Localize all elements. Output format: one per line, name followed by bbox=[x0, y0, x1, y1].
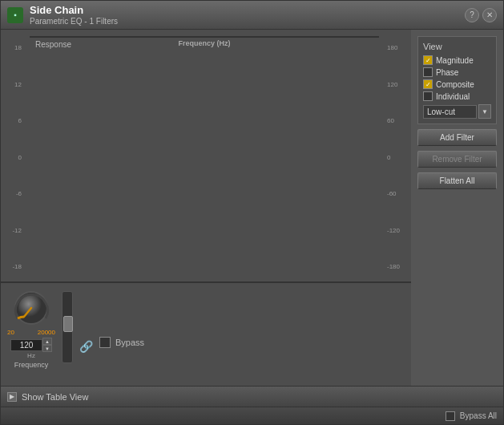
composite-row[interactable]: Composite bbox=[423, 79, 491, 89]
main-content: 18 12 6 0 -6 -12 -18 180 120 60 0 -60 -1… bbox=[1, 30, 503, 386]
show-table-view-bar[interactable]: ▶ Show Table View bbox=[1, 386, 503, 407]
status-bar: Bypass All bbox=[1, 407, 503, 424]
frequency-spinners: ▲ ▼ bbox=[42, 338, 52, 352]
individual-checkbox[interactable] bbox=[423, 91, 433, 101]
window-title: Side Chain bbox=[30, 4, 465, 17]
frequency-input[interactable] bbox=[10, 339, 42, 351]
table-arrow-icon: ▶ bbox=[7, 392, 17, 402]
frequency-range: 20 20000 bbox=[7, 329, 55, 336]
bypass-section: Bypass bbox=[99, 304, 144, 381]
magnitude-checkbox[interactable] bbox=[423, 55, 433, 65]
view-section: View Magnitude Phase Composite Individua… bbox=[417, 36, 497, 124]
filter-type-dropdown[interactable]: Low-cut High-cut Low-shelf High-shelf Pe… bbox=[423, 105, 477, 119]
frequency-knob[interactable] bbox=[11, 288, 51, 328]
bypass-all-label: Bypass All bbox=[460, 411, 497, 420]
composite-checkbox[interactable] bbox=[423, 79, 433, 89]
frequency-section: 20 20000 ▲ ▼ Hz Frequency bbox=[7, 288, 55, 381]
bypass-label: Bypass bbox=[115, 338, 144, 347]
titlebar-text: Side Chain Parametric EQ - 1 Filters bbox=[30, 4, 465, 26]
eq-display[interactable]: Response bbox=[30, 36, 379, 38]
composite-label: Composite bbox=[436, 80, 474, 89]
eq-wrapper: 18 12 6 0 -6 -12 -18 180 120 60 0 -60 -1… bbox=[1, 30, 411, 281]
right-panel: View Magnitude Phase Composite Individua… bbox=[411, 30, 503, 386]
close-button[interactable]: ✕ bbox=[482, 8, 497, 22]
vertical-slider[interactable] bbox=[62, 291, 73, 363]
magnitude-label: Magnitude bbox=[436, 56, 474, 65]
magnitude-row[interactable]: Magnitude bbox=[423, 55, 491, 65]
phase-label: Phase bbox=[436, 68, 458, 77]
titlebar-buttons: ? ✕ bbox=[465, 8, 497, 22]
frequency-input-row: ▲ ▼ bbox=[10, 338, 52, 352]
add-filter-button[interactable]: Add Filter bbox=[417, 129, 497, 146]
titlebar: ▪ Side Chain Parametric EQ - 1 Filters ?… bbox=[1, 1, 503, 30]
bypass-all-checkbox[interactable] bbox=[446, 411, 455, 421]
left-panel: 18 12 6 0 -6 -12 -18 180 120 60 0 -60 -1… bbox=[1, 30, 411, 386]
filter-type-row: Low-cut High-cut Low-shelf High-shelf Pe… bbox=[423, 104, 491, 119]
response-label: Response bbox=[35, 40, 71, 49]
flatten-all-button[interactable]: Flatten All bbox=[417, 172, 497, 189]
bypass-checkbox[interactable] bbox=[99, 337, 111, 348]
bottom-panel: 20 20000 ▲ ▼ Hz Frequency bbox=[1, 281, 411, 386]
remove-filter-button[interactable]: Remove Filter bbox=[417, 151, 497, 168]
link-icon[interactable]: 🔗 bbox=[79, 312, 93, 381]
frequency-down-button[interactable]: ▼ bbox=[42, 345, 52, 352]
hz-label: Hz bbox=[27, 352, 35, 359]
window-subtitle: Parametric EQ - 1 Filters bbox=[30, 17, 465, 26]
y-axis-left: 18 12 6 0 -6 -12 -18 bbox=[1, 44, 22, 270]
frequency-axis-label: Frequency (Hz) bbox=[23, 38, 385, 51]
help-button[interactable]: ? bbox=[465, 8, 479, 22]
y-axis-right: 180 120 60 0 -60 -120 -180 bbox=[387, 44, 411, 270]
individual-row[interactable]: Individual bbox=[423, 91, 491, 101]
frequency-up-button[interactable]: ▲ bbox=[42, 338, 52, 345]
dropdown-arrow[interactable]: ▼ bbox=[478, 104, 491, 119]
frequency-label: Frequency bbox=[14, 361, 49, 369]
table-view-label: Show Table View bbox=[22, 392, 88, 402]
individual-label: Individual bbox=[436, 92, 470, 101]
view-title: View bbox=[423, 42, 491, 51]
phase-row[interactable]: Phase bbox=[423, 67, 491, 77]
phase-checkbox[interactable] bbox=[423, 67, 433, 77]
slider-handle[interactable] bbox=[63, 316, 73, 332]
app-icon: ▪ bbox=[7, 7, 23, 23]
main-window: ▪ Side Chain Parametric EQ - 1 Filters ?… bbox=[0, 0, 504, 425]
frequency-knob-container: 20 20000 ▲ ▼ Hz Frequency bbox=[7, 288, 55, 369]
